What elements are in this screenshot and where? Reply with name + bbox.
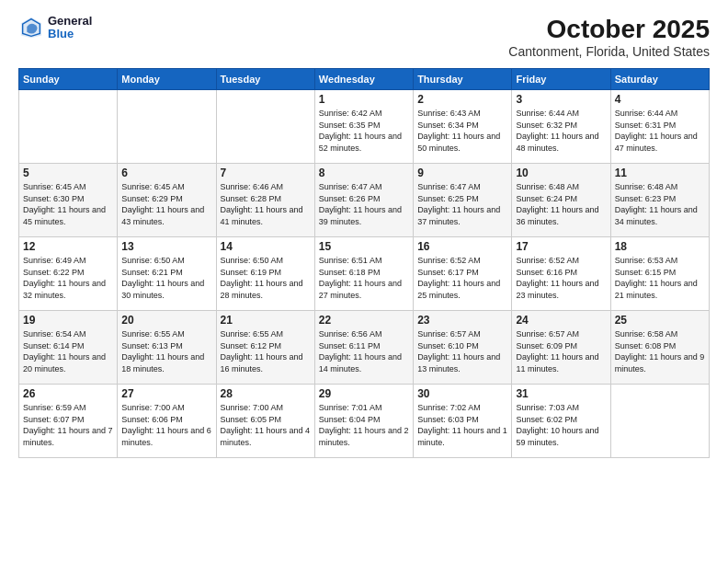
logo: General Blue [18, 15, 92, 41]
day-number: 6 [121, 167, 211, 179]
day-number: 9 [417, 167, 507, 179]
logo-icon [18, 15, 44, 40]
cell-info: Sunrise: 6:50 AM Sunset: 6:21 PM Dayligh… [121, 255, 211, 301]
calendar-table: Sunday Monday Tuesday Wednesday Thursday… [18, 68, 710, 458]
cell-info: Sunrise: 6:42 AM Sunset: 6:35 PM Dayligh… [319, 108, 409, 154]
day-number: 31 [516, 387, 606, 400]
cell-5-3: 28Sunrise: 7:00 AM Sunset: 6:05 PM Dayli… [216, 385, 314, 458]
cell-info: Sunrise: 6:48 AM Sunset: 6:23 PM Dayligh… [615, 181, 705, 227]
day-number: 20 [121, 314, 211, 327]
cell-4-1: 19Sunrise: 6:54 AM Sunset: 6:14 PM Dayli… [19, 311, 118, 385]
cell-3-7: 18Sunrise: 6:53 AM Sunset: 6:15 PM Dayli… [610, 237, 709, 311]
cell-5-7 [610, 385, 709, 458]
cell-3-6: 17Sunrise: 6:52 AM Sunset: 6:16 PM Dayli… [512, 237, 610, 311]
day-number: 5 [23, 167, 113, 179]
col-tuesday: Tuesday [216, 69, 314, 90]
day-number: 3 [516, 93, 606, 106]
cell-1-1 [19, 90, 118, 164]
cell-info: Sunrise: 6:51 AM Sunset: 6:18 PM Dayligh… [319, 255, 409, 301]
day-number: 14 [221, 240, 311, 253]
day-number: 7 [221, 167, 311, 179]
cell-info: Sunrise: 6:46 AM Sunset: 6:28 PM Dayligh… [221, 181, 311, 227]
col-sunday: Sunday [19, 69, 118, 90]
day-number: 8 [319, 167, 409, 179]
week-row-3: 12Sunrise: 6:49 AM Sunset: 6:22 PM Dayli… [19, 237, 710, 311]
logo-text: General Blue [48, 15, 92, 41]
col-friday: Friday [512, 69, 610, 90]
cell-info: Sunrise: 6:57 AM Sunset: 6:10 PM Dayligh… [417, 328, 507, 374]
cell-2-4: 8Sunrise: 6:47 AM Sunset: 6:26 PM Daylig… [314, 164, 413, 237]
cell-3-3: 14Sunrise: 6:50 AM Sunset: 6:19 PM Dayli… [216, 237, 314, 311]
logo-general: General [48, 15, 92, 28]
cell-info: Sunrise: 6:55 AM Sunset: 6:13 PM Dayligh… [121, 328, 211, 374]
cell-info: Sunrise: 6:43 AM Sunset: 6:34 PM Dayligh… [417, 108, 507, 154]
week-row-2: 5Sunrise: 6:45 AM Sunset: 6:30 PM Daylig… [19, 164, 710, 237]
cell-info: Sunrise: 7:03 AM Sunset: 6:02 PM Dayligh… [516, 402, 606, 448]
day-number: 12 [23, 240, 113, 253]
cell-3-1: 12Sunrise: 6:49 AM Sunset: 6:22 PM Dayli… [19, 237, 118, 311]
day-number: 10 [516, 167, 606, 179]
cell-4-2: 20Sunrise: 6:55 AM Sunset: 6:13 PM Dayli… [118, 311, 216, 385]
cell-5-4: 29Sunrise: 7:01 AM Sunset: 6:04 PM Dayli… [314, 385, 413, 458]
cell-1-3 [216, 90, 314, 164]
cell-1-5: 2Sunrise: 6:43 AM Sunset: 6:34 PM Daylig… [414, 90, 512, 164]
cell-info: Sunrise: 7:02 AM Sunset: 6:03 PM Dayligh… [417, 402, 507, 448]
cell-2-5: 9Sunrise: 6:47 AM Sunset: 6:25 PM Daylig… [414, 164, 512, 237]
cell-4-6: 24Sunrise: 6:57 AM Sunset: 6:09 PM Dayli… [512, 311, 610, 385]
cell-3-5: 16Sunrise: 6:52 AM Sunset: 6:17 PM Dayli… [414, 237, 512, 311]
day-number: 26 [23, 387, 113, 400]
cell-4-3: 21Sunrise: 6:55 AM Sunset: 6:12 PM Dayli… [216, 311, 314, 385]
cell-info: Sunrise: 6:49 AM Sunset: 6:22 PM Dayligh… [23, 255, 113, 301]
cell-info: Sunrise: 6:54 AM Sunset: 6:14 PM Dayligh… [23, 328, 113, 374]
day-number: 24 [516, 314, 606, 327]
cell-info: Sunrise: 6:48 AM Sunset: 6:24 PM Dayligh… [516, 181, 606, 227]
day-number: 19 [23, 314, 113, 327]
cell-info: Sunrise: 6:55 AM Sunset: 6:12 PM Dayligh… [221, 328, 311, 374]
page-title: October 2025 [508, 15, 710, 44]
header-row: Sunday Monday Tuesday Wednesday Thursday… [19, 69, 710, 90]
cell-info: Sunrise: 6:47 AM Sunset: 6:26 PM Dayligh… [319, 181, 409, 227]
cell-info: Sunrise: 6:52 AM Sunset: 6:16 PM Dayligh… [516, 255, 606, 301]
cell-2-1: 5Sunrise: 6:45 AM Sunset: 6:30 PM Daylig… [19, 164, 118, 237]
day-number: 30 [417, 387, 507, 400]
cell-5-1: 26Sunrise: 6:59 AM Sunset: 6:07 PM Dayli… [19, 385, 118, 458]
cell-1-2 [118, 90, 216, 164]
cell-info: Sunrise: 6:53 AM Sunset: 6:15 PM Dayligh… [615, 255, 705, 301]
day-number: 28 [221, 387, 311, 400]
cell-1-7: 4Sunrise: 6:44 AM Sunset: 6:31 PM Daylig… [610, 90, 709, 164]
cell-3-2: 13Sunrise: 6:50 AM Sunset: 6:21 PM Dayli… [118, 237, 216, 311]
cell-2-3: 7Sunrise: 6:46 AM Sunset: 6:28 PM Daylig… [216, 164, 314, 237]
cell-info: Sunrise: 6:57 AM Sunset: 6:09 PM Dayligh… [516, 328, 606, 374]
cell-4-7: 25Sunrise: 6:58 AM Sunset: 6:08 PM Dayli… [610, 311, 709, 385]
logo-blue: Blue [48, 28, 92, 40]
day-number: 22 [319, 314, 409, 327]
cell-3-4: 15Sunrise: 6:51 AM Sunset: 6:18 PM Dayli… [314, 237, 413, 311]
day-number: 13 [121, 240, 211, 253]
cell-info: Sunrise: 6:44 AM Sunset: 6:31 PM Dayligh… [615, 108, 705, 154]
day-number: 18 [615, 240, 705, 253]
cell-2-7: 11Sunrise: 6:48 AM Sunset: 6:23 PM Dayli… [610, 164, 709, 237]
cell-info: Sunrise: 6:50 AM Sunset: 6:19 PM Dayligh… [221, 255, 311, 301]
day-number: 4 [615, 93, 705, 106]
header: General Blue October 2025 Cantonment, Fl… [18, 15, 710, 59]
cell-1-6: 3Sunrise: 6:44 AM Sunset: 6:32 PM Daylig… [512, 90, 610, 164]
week-row-5: 26Sunrise: 6:59 AM Sunset: 6:07 PM Dayli… [19, 385, 710, 458]
day-number: 15 [319, 240, 409, 253]
cell-info: Sunrise: 6:47 AM Sunset: 6:25 PM Dayligh… [417, 181, 507, 227]
day-number: 1 [319, 93, 409, 106]
cell-2-2: 6Sunrise: 6:45 AM Sunset: 6:29 PM Daylig… [118, 164, 216, 237]
col-saturday: Saturday [610, 69, 709, 90]
cell-info: Sunrise: 6:59 AM Sunset: 6:07 PM Dayligh… [23, 402, 113, 448]
day-number: 17 [516, 240, 606, 253]
day-number: 16 [417, 240, 507, 253]
cell-4-4: 22Sunrise: 6:56 AM Sunset: 6:11 PM Dayli… [314, 311, 413, 385]
cell-info: Sunrise: 7:00 AM Sunset: 6:05 PM Dayligh… [221, 402, 311, 448]
cell-5-2: 27Sunrise: 7:00 AM Sunset: 6:06 PM Dayli… [118, 385, 216, 458]
cell-4-5: 23Sunrise: 6:57 AM Sunset: 6:10 PM Dayli… [414, 311, 512, 385]
col-monday: Monday [118, 69, 216, 90]
col-thursday: Thursday [414, 69, 512, 90]
day-number: 27 [121, 387, 211, 400]
day-number: 23 [417, 314, 507, 327]
day-number: 21 [221, 314, 311, 327]
cell-info: Sunrise: 6:44 AM Sunset: 6:32 PM Dayligh… [516, 108, 606, 154]
